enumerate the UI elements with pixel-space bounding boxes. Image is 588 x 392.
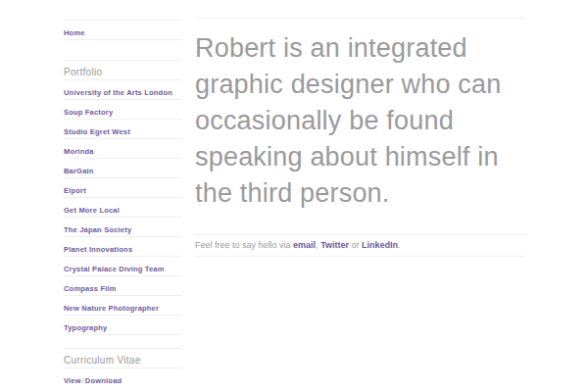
sidebar-item-soup-factory[interactable]: Soup Factory xyxy=(64,100,181,120)
email-link[interactable]: email xyxy=(293,240,316,250)
portfolio-heading: Portfolio xyxy=(64,67,102,77)
sidebar-item-the-japan-society[interactable]: The Japan Society xyxy=(64,218,181,237)
intro-line: the third person. xyxy=(195,175,525,212)
portfolio-link[interactable]: Soup Factory xyxy=(64,108,113,117)
contact-period: . xyxy=(398,240,401,250)
portfolio-link[interactable]: Studio Egret West xyxy=(64,127,130,136)
portfolio-link[interactable]: Typography xyxy=(64,323,107,332)
sidebar-item-planet-innovations[interactable]: Planet Innovations xyxy=(64,237,181,257)
sidebar-item-compass-film[interactable]: Compass Film xyxy=(64,276,181,296)
sidebar-item-typography[interactable]: Typography xyxy=(64,316,181,335)
sidebar-item-bargain[interactable]: BarGain xyxy=(64,159,181,178)
cv-heading-row: Curriculum Vitae xyxy=(64,349,181,368)
intro-line: speaking about himself in xyxy=(195,139,525,175)
portfolio-link[interactable]: New Nature Photographer xyxy=(64,304,159,313)
cv-view-link[interactable]: View xyxy=(64,376,81,385)
portfolio-link[interactable]: University of the Arts London xyxy=(64,88,172,97)
contact-comma: , xyxy=(316,240,318,250)
intro-line: occasionally be found xyxy=(195,103,525,139)
contact-or: or xyxy=(351,240,359,250)
sidebar-item-morinda[interactable]: Morinda xyxy=(64,139,181,159)
sidebar-section-cv: Curriculum Vitae View/Download xyxy=(64,348,181,387)
contact-prefix: Feel free to say hello via xyxy=(195,240,291,250)
sidebar-spacer xyxy=(64,335,181,348)
portfolio-link[interactable]: The Japan Society xyxy=(64,225,131,234)
sidebar-item-home[interactable]: Home xyxy=(64,21,181,40)
portfolio-link[interactable]: Compass Film xyxy=(64,284,117,293)
sidebar-item-studio-egret-west[interactable]: Studio Egret West xyxy=(64,120,181,139)
portfolio-link[interactable]: Planet Innovations xyxy=(64,245,132,254)
sidebar-item-elport[interactable]: Elport xyxy=(64,178,181,198)
twitter-link[interactable]: Twitter xyxy=(320,240,349,250)
sidebar-item-crystal-palace-diving-team[interactable]: Crystal Palace Diving Team xyxy=(64,257,181,276)
sidebar-spacer xyxy=(64,40,181,60)
portfolio-link[interactable]: Morinda xyxy=(64,147,94,156)
cv-download-link[interactable]: Download xyxy=(85,376,122,385)
portfolio-link[interactable]: Get More Local xyxy=(64,206,120,215)
main-content: Robert is an integrated graphic designer… xyxy=(195,18,525,257)
contact-bar: Feel free to say hello via email, Twitte… xyxy=(195,234,525,257)
portfolio-link[interactable]: Crystal Palace Diving Team xyxy=(64,265,165,273)
intro-line: graphic designer who can xyxy=(195,67,525,103)
sidebar: Home Portfolio University of the Arts Lo… xyxy=(64,20,181,387)
home-link[interactable]: Home xyxy=(64,28,85,37)
page: Home Portfolio University of the Arts Lo… xyxy=(0,0,588,392)
portfolio-link[interactable]: BarGain xyxy=(64,167,94,175)
linkedin-link[interactable]: LinkedIn xyxy=(362,240,398,250)
cv-heading: Curriculum Vitae xyxy=(64,355,141,366)
sidebar-section-portfolio: Portfolio University of the Arts London … xyxy=(64,60,181,335)
portfolio-heading-row: Portfolio xyxy=(64,61,181,80)
sidebar-item-university-of-the-arts-london[interactable]: University of the Arts London xyxy=(64,80,181,100)
sidebar-item-get-more-local[interactable]: Get More Local xyxy=(64,198,181,218)
sidebar-item-cv-links: View/Download xyxy=(64,368,181,387)
portfolio-link[interactable]: Elport xyxy=(64,186,86,195)
intro-statement: Robert is an integrated graphic designer… xyxy=(195,19,525,212)
intro-line: Robert is an integrated xyxy=(195,30,525,67)
sidebar-section-home: Home xyxy=(64,20,181,40)
sidebar-item-new-nature-photographer[interactable]: New Nature Photographer xyxy=(64,296,181,316)
